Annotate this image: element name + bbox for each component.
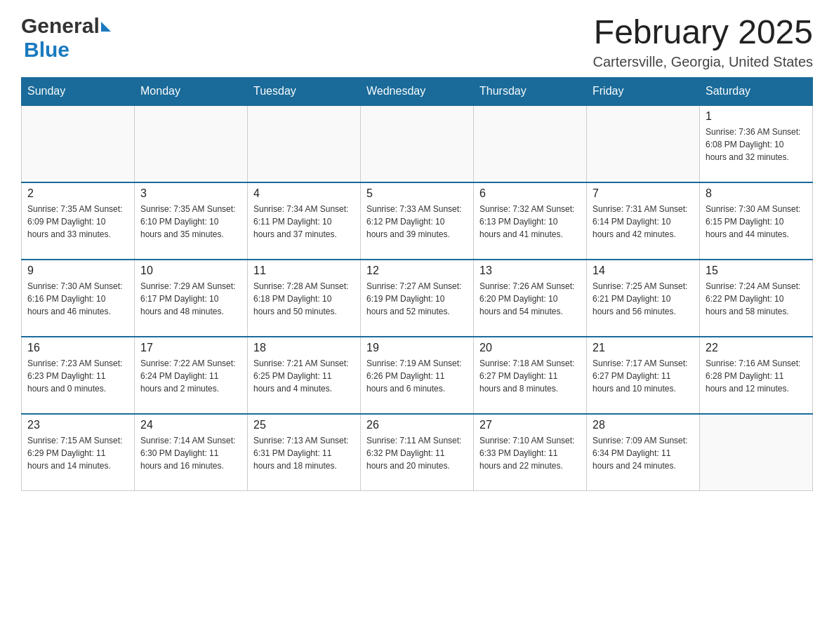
day-of-week-header: Tuesday (248, 77, 361, 105)
calendar-cell: 24Sunrise: 7:14 AM Sunset: 6:30 PM Dayli… (135, 414, 248, 491)
day-of-week-header: Sunday (22, 77, 135, 105)
day-of-week-header: Monday (135, 77, 248, 105)
calendar-body: 1Sunrise: 7:36 AM Sunset: 6:08 PM Daylig… (22, 105, 813, 491)
day-info: Sunrise: 7:25 AM Sunset: 6:21 PM Dayligh… (593, 280, 694, 318)
calendar-cell (135, 105, 248, 182)
day-info: Sunrise: 7:15 AM Sunset: 6:29 PM Dayligh… (27, 434, 128, 472)
header-row: SundayMondayTuesdayWednesdayThursdayFrid… (22, 77, 813, 105)
day-info: Sunrise: 7:22 AM Sunset: 6:24 PM Dayligh… (140, 357, 241, 395)
calendar-table: SundayMondayTuesdayWednesdayThursdayFrid… (21, 77, 813, 492)
day-number: 19 (366, 342, 468, 354)
day-info: Sunrise: 7:31 AM Sunset: 6:14 PM Dayligh… (593, 203, 694, 241)
day-number: 17 (140, 342, 241, 354)
calendar-cell: 26Sunrise: 7:11 AM Sunset: 6:32 PM Dayli… (361, 414, 474, 491)
day-info: Sunrise: 7:11 AM Sunset: 6:32 PM Dayligh… (366, 434, 468, 472)
calendar-cell (361, 105, 474, 182)
day-info: Sunrise: 7:30 AM Sunset: 6:15 PM Dayligh… (706, 203, 807, 241)
calendar-cell: 23Sunrise: 7:15 AM Sunset: 6:29 PM Dayli… (22, 414, 135, 491)
day-number: 26 (366, 419, 468, 431)
calendar-cell: 28Sunrise: 7:09 AM Sunset: 6:34 PM Dayli… (587, 414, 700, 491)
calendar-cell: 1Sunrise: 7:36 AM Sunset: 6:08 PM Daylig… (700, 105, 813, 182)
calendar-week: 1Sunrise: 7:36 AM Sunset: 6:08 PM Daylig… (22, 105, 813, 182)
day-info: Sunrise: 7:13 AM Sunset: 6:31 PM Dayligh… (253, 434, 355, 472)
day-number: 18 (253, 342, 355, 354)
day-number: 1 (706, 110, 807, 123)
day-number: 15 (706, 264, 807, 277)
calendar-cell (474, 105, 587, 182)
day-number: 20 (479, 342, 581, 354)
calendar-cell: 25Sunrise: 7:13 AM Sunset: 6:31 PM Dayli… (248, 414, 361, 491)
location-text: Cartersville, Georgia, United States (593, 54, 813, 70)
day-info: Sunrise: 7:27 AM Sunset: 6:19 PM Dayligh… (366, 280, 468, 318)
day-number: 11 (253, 264, 355, 277)
day-number: 10 (140, 264, 241, 277)
day-info: Sunrise: 7:28 AM Sunset: 6:18 PM Dayligh… (253, 280, 355, 318)
logo-arrow-icon (101, 22, 111, 32)
day-info: Sunrise: 7:36 AM Sunset: 6:08 PM Dayligh… (706, 126, 807, 163)
calendar-cell (700, 414, 813, 491)
day-info: Sunrise: 7:29 AM Sunset: 6:17 PM Dayligh… (140, 280, 241, 318)
calendar-cell: 15Sunrise: 7:24 AM Sunset: 6:22 PM Dayli… (700, 260, 813, 337)
calendar-cell: 2Sunrise: 7:35 AM Sunset: 6:09 PM Daylig… (22, 182, 135, 260)
calendar-cell: 8Sunrise: 7:30 AM Sunset: 6:15 PM Daylig… (700, 182, 813, 260)
calendar-cell: 9Sunrise: 7:30 AM Sunset: 6:16 PM Daylig… (22, 260, 135, 337)
calendar-cell: 17Sunrise: 7:22 AM Sunset: 6:24 PM Dayli… (135, 337, 248, 414)
calendar-cell (248, 105, 361, 182)
calendar-cell: 27Sunrise: 7:10 AM Sunset: 6:33 PM Dayli… (474, 414, 587, 491)
calendar-cell: 22Sunrise: 7:16 AM Sunset: 6:28 PM Dayli… (700, 337, 813, 414)
day-number: 4 (253, 187, 355, 200)
day-number: 24 (140, 419, 241, 431)
calendar-cell: 3Sunrise: 7:35 AM Sunset: 6:10 PM Daylig… (135, 182, 248, 260)
calendar-cell: 19Sunrise: 7:19 AM Sunset: 6:26 PM Dayli… (361, 337, 474, 414)
day-of-week-header: Wednesday (361, 77, 474, 105)
day-number: 12 (366, 264, 468, 277)
calendar-cell (22, 105, 135, 182)
day-number: 8 (706, 187, 807, 200)
calendar-week: 9Sunrise: 7:30 AM Sunset: 6:16 PM Daylig… (22, 260, 813, 337)
calendar-cell: 21Sunrise: 7:17 AM Sunset: 6:27 PM Dayli… (587, 337, 700, 414)
day-info: Sunrise: 7:14 AM Sunset: 6:30 PM Dayligh… (140, 434, 241, 472)
day-number: 6 (479, 187, 581, 200)
calendar-week: 2Sunrise: 7:35 AM Sunset: 6:09 PM Daylig… (22, 182, 813, 260)
day-number: 22 (706, 342, 807, 354)
day-number: 21 (593, 342, 694, 354)
day-info: Sunrise: 7:21 AM Sunset: 6:25 PM Dayligh… (253, 357, 355, 395)
day-number: 23 (27, 419, 128, 431)
day-of-week-header: Thursday (474, 77, 587, 105)
day-info: Sunrise: 7:32 AM Sunset: 6:13 PM Dayligh… (479, 203, 581, 241)
calendar-cell: 6Sunrise: 7:32 AM Sunset: 6:13 PM Daylig… (474, 182, 587, 260)
day-of-week-header: Saturday (700, 77, 813, 105)
day-info: Sunrise: 7:10 AM Sunset: 6:33 PM Dayligh… (479, 434, 581, 472)
day-number: 25 (253, 419, 355, 431)
day-info: Sunrise: 7:35 AM Sunset: 6:10 PM Dayligh… (140, 203, 241, 241)
logo: General Blue (21, 14, 111, 62)
day-number: 3 (140, 187, 241, 200)
calendar-cell: 16Sunrise: 7:23 AM Sunset: 6:23 PM Dayli… (22, 337, 135, 414)
day-info: Sunrise: 7:34 AM Sunset: 6:11 PM Dayligh… (253, 203, 355, 241)
day-number: 5 (366, 187, 468, 200)
calendar-cell: 5Sunrise: 7:33 AM Sunset: 6:12 PM Daylig… (361, 182, 474, 260)
day-info: Sunrise: 7:26 AM Sunset: 6:20 PM Dayligh… (479, 280, 581, 318)
day-number: 9 (27, 264, 128, 277)
day-number: 27 (479, 419, 581, 431)
day-number: 16 (27, 342, 128, 354)
day-info: Sunrise: 7:24 AM Sunset: 6:22 PM Dayligh… (706, 280, 807, 318)
calendar-cell: 18Sunrise: 7:21 AM Sunset: 6:25 PM Dayli… (248, 337, 361, 414)
logo-general-text: General (21, 14, 100, 38)
day-number: 13 (479, 264, 581, 277)
calendar-cell: 4Sunrise: 7:34 AM Sunset: 6:11 PM Daylig… (248, 182, 361, 260)
month-title: February 2025 (593, 14, 813, 51)
calendar-cell: 12Sunrise: 7:27 AM Sunset: 6:19 PM Dayli… (361, 260, 474, 337)
calendar-cell: 14Sunrise: 7:25 AM Sunset: 6:21 PM Dayli… (587, 260, 700, 337)
day-number: 14 (593, 264, 694, 277)
day-info: Sunrise: 7:23 AM Sunset: 6:23 PM Dayligh… (27, 357, 128, 395)
calendar-header: SundayMondayTuesdayWednesdayThursdayFrid… (22, 77, 813, 105)
calendar-cell: 10Sunrise: 7:29 AM Sunset: 6:17 PM Dayli… (135, 260, 248, 337)
calendar-cell: 11Sunrise: 7:28 AM Sunset: 6:18 PM Dayli… (248, 260, 361, 337)
calendar-week: 23Sunrise: 7:15 AM Sunset: 6:29 PM Dayli… (22, 414, 813, 491)
calendar-cell: 20Sunrise: 7:18 AM Sunset: 6:27 PM Dayli… (474, 337, 587, 414)
title-section: February 2025 Cartersville, Georgia, Uni… (593, 14, 813, 70)
logo-blue-text: Blue (24, 38, 70, 61)
day-info: Sunrise: 7:09 AM Sunset: 6:34 PM Dayligh… (593, 434, 694, 472)
day-of-week-header: Friday (587, 77, 700, 105)
